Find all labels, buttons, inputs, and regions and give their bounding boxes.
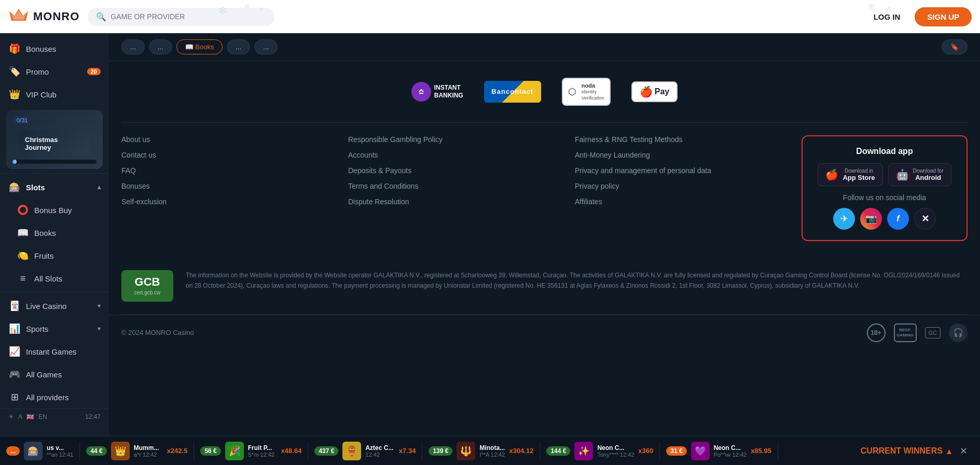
footer-link-bonuses[interactable]: Bonuses xyxy=(121,182,338,190)
x-icon: ✕ xyxy=(921,213,929,224)
footer-col-2: Responsible Gambling Policy Accounts Dep… xyxy=(348,135,564,241)
vip-icon: 👑 xyxy=(8,88,21,101)
footer-link-privacy-management[interactable]: Privacy and management of personal data xyxy=(575,166,791,175)
footer-link-privacy[interactable]: Privacy policy xyxy=(575,182,791,190)
footer-links: About us Contact us FAQ Bonuses Self-exc… xyxy=(109,123,980,258)
footer-link-self-exclusion[interactable]: Self-exclusion xyxy=(121,198,338,206)
winner-user: a*r 12:42 xyxy=(134,452,159,458)
live-casino-icon: 🃏 xyxy=(8,300,21,312)
sidebar-item-label: Instant Games xyxy=(26,347,77,356)
winner-user: Tony**** 12:42 xyxy=(597,452,634,458)
footer-link-faq[interactable]: FAQ xyxy=(121,166,338,175)
android-name: Android xyxy=(913,174,944,181)
facebook-icon: f xyxy=(896,214,899,223)
footer-link-about[interactable]: About us xyxy=(121,135,338,144)
apple-icon: 🍎 xyxy=(640,86,653,98)
instant-games-icon: 📈 xyxy=(8,345,21,358)
time-section: ☀ A 🇬🇧 EN 12:47 xyxy=(0,408,109,425)
sidebar-item-bonuses[interactable]: 🎁 Bonuses xyxy=(0,37,109,60)
gcb-badge[interactable]: GCB cert.gcb.cw xyxy=(121,270,173,302)
search-input[interactable] xyxy=(111,12,266,21)
winner-info: Aztec C... 12:42 xyxy=(365,444,393,458)
game-tab[interactable]: ... xyxy=(227,39,250,54)
winner-game-thumb: 🎰 xyxy=(24,442,43,460)
sidebar-item-all-games[interactable]: 🎮 All Games xyxy=(0,363,109,386)
footer-link-deposits[interactable]: Deposits & Payouts xyxy=(348,166,564,175)
game-tab-books[interactable]: 📖 Books xyxy=(176,39,223,54)
logo[interactable]: MONRO xyxy=(8,6,79,27)
search-icon: 🔍 xyxy=(96,12,106,22)
instagram-button[interactable]: 📷 xyxy=(860,208,882,230)
sidebar-item-label: All Slots xyxy=(34,274,62,283)
sidebar-item-vip[interactable]: 👑 VIP Club xyxy=(0,83,109,106)
slots-icon: 🎰 xyxy=(8,181,21,193)
tab-right-area: 🔖 xyxy=(942,39,968,54)
winners-bar: ... 🎰 us v... **an 12:41 44 € 👑 Mumm... … xyxy=(0,436,980,465)
winners-close-button[interactable]: ✕ xyxy=(956,443,972,459)
telegram-button[interactable]: ✈ xyxy=(833,208,855,230)
telegram-icon: ✈ xyxy=(840,213,848,224)
apple-pay-label: Pay xyxy=(655,87,669,96)
game-tab[interactable]: ... xyxy=(121,39,145,54)
responsible-gambling-badge: RESP. GAMING xyxy=(894,323,917,342)
footer-link-aml[interactable]: Anti-Money Laundering xyxy=(575,151,791,159)
winner-multiplier: x85.95 xyxy=(751,447,771,455)
winner-item: 437 € 🏺 Aztec C... 12:42 x7.34 xyxy=(308,442,422,460)
android-download-button[interactable]: 🤖 Download for Android xyxy=(888,163,951,186)
gcb-section: GCB cert.gcb.cw The information on the W… xyxy=(109,258,980,314)
sidebar-item-sports[interactable]: 📊 Sports ▾ xyxy=(0,317,109,340)
sidebar-item-all-slots[interactable]: ≡ All Slots xyxy=(0,267,109,290)
current-winners-text: CURRENT WINNERS xyxy=(861,446,943,456)
footer-link-dispute[interactable]: Dispute Resolution xyxy=(348,198,564,206)
footer-link-accounts[interactable]: Accounts xyxy=(348,151,564,159)
search-bar[interactable]: 🔍 xyxy=(88,8,274,26)
footer-link-fairness[interactable]: Fairness & RNG Testing Methods xyxy=(575,135,791,144)
download-app-box: Download app 🍎 Download in App Store 🤖 D… xyxy=(802,135,968,241)
sidebar-item-books[interactable]: 📖 Books xyxy=(0,221,109,244)
game-tab[interactable]: ... xyxy=(254,39,278,54)
winner-name: Neon C... xyxy=(597,444,634,452)
footer-link-terms[interactable]: Terms and Conditions xyxy=(348,182,564,190)
footer-link-rg-policy[interactable]: Responsible Gambling Policy xyxy=(348,135,564,144)
login-button[interactable]: LOG IN xyxy=(865,8,909,25)
sidebar-item-fruits[interactable]: 🍋 Fruits xyxy=(0,244,109,267)
sidebar-item-instant-games[interactable]: 📈 Instant Games xyxy=(0,340,109,363)
footer-link-affiliates[interactable]: Affiliates xyxy=(575,198,791,206)
sun-icon: ☀ xyxy=(8,413,14,420)
sidebar-item-slots[interactable]: 🎰 Slots ▴ xyxy=(0,176,109,199)
sidebar-item-label: VIP Club xyxy=(26,90,57,99)
game-tab[interactable]: ... xyxy=(149,39,172,54)
sidebar-item-label: Promo xyxy=(26,67,49,76)
footer-col-3: Fairness & RNG Testing Methods Anti-Mone… xyxy=(575,135,791,241)
svg-marker-1 xyxy=(11,10,26,20)
facebook-button[interactable]: f xyxy=(887,208,909,230)
promo-icon: 🏷️ xyxy=(8,65,21,78)
game-tab-rightmost[interactable]: 🔖 xyxy=(942,39,968,54)
winner-amount: 139 € xyxy=(429,446,452,456)
sports-icon: 📊 xyxy=(8,322,21,335)
christmas-counter: 0/31 xyxy=(12,116,32,124)
footer-col-1: About us Contact us FAQ Bonuses Self-exc… xyxy=(121,135,338,241)
winner-name: Aztec C... xyxy=(365,444,393,452)
support-button[interactable]: 🎧 xyxy=(949,323,968,342)
winner-name: Neon C... xyxy=(714,444,747,452)
sidebar-item-all-providers[interactable]: ⊞ All providers xyxy=(0,386,109,408)
sidebar-item-bonus-buy[interactable]: ⭕ Bonus Buy xyxy=(0,199,109,221)
ib-icon xyxy=(416,86,427,97)
winner-user: Po**нк 12:42 xyxy=(714,452,747,458)
gcb-description: The information on the Website is provid… xyxy=(186,270,968,291)
winner-item: 144 € ✨ Neon C... Tony**** 12:42 x360 xyxy=(540,442,660,460)
app-store-button[interactable]: 🍎 Download in App Store xyxy=(818,163,882,186)
sidebar-item-promo[interactable]: 🏷️ Promo 20 xyxy=(0,60,109,83)
signup-button[interactable]: SIGN UP xyxy=(915,7,972,26)
winners-expand-button[interactable]: ▴ xyxy=(947,445,951,457)
main-content: ... ... 📖 Books ... ... 🔖 INSTANT BANKIN… xyxy=(109,33,980,465)
logo-text: MONRO xyxy=(33,10,79,23)
download-buttons: 🍎 Download in App Store 🤖 Download for A… xyxy=(818,163,951,186)
sidebar-item-live-casino[interactable]: 🃏 Live Casino ▾ xyxy=(0,294,109,317)
winner-name: Minota... xyxy=(479,444,505,452)
christmas-journey-widget[interactable]: 0/31 Christmas Journey xyxy=(6,110,103,169)
x-button[interactable]: ✕ xyxy=(914,208,936,230)
footer-link-contact[interactable]: Contact us xyxy=(121,151,338,159)
winner-item: 44 € 👑 Mumm... a*r 12:42 x242.5 xyxy=(80,442,194,460)
